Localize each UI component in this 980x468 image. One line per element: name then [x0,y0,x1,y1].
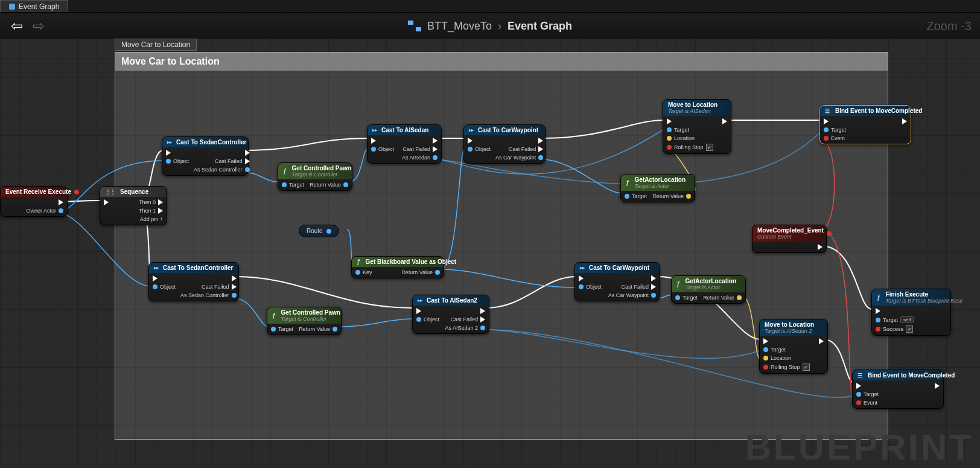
pin-as-sedan-controller[interactable]: As Sedan Controller [180,292,237,298]
pin-success[interactable]: Success✓ [876,325,914,333]
pin-return[interactable]: Return Value [299,326,337,332]
pin-target[interactable]: Target [763,347,810,353]
pin-exec-out[interactable] [902,118,907,124]
pin-as-carwaypoint[interactable]: As Car Waypoint [495,155,543,161]
pin-exec-out[interactable] [818,244,822,250]
node-sequence[interactable]: Sequence Then 0 Then 1 Add pin + [100,186,167,225]
zoom-level: Zoom -3 [927,19,972,33]
pin-return[interactable]: Return Value [401,269,440,275]
node-title: Move to LocationTarget is AISedan [663,100,731,116]
pin-return[interactable]: Return Value [652,193,691,199]
pin-cast-failed[interactable]: Cast Failed [621,284,656,290]
pin-event[interactable]: Event [824,135,846,141]
node-getactorlocation-1[interactable]: GetActorLocationTarget is Actor Target R… [620,174,695,202]
pin-target[interactable]: Target [824,127,846,133]
node-variable-route[interactable]: Route [299,225,339,237]
node-movecompleted-event[interactable]: MoveCompleted_EventCustom Event [752,225,827,253]
pin-event[interactable]: Event [856,400,879,406]
pin-exec-out[interactable] [819,338,824,344]
pin-target[interactable]: Target [625,193,647,199]
pin-exec-in[interactable] [153,275,176,281]
pin-object[interactable]: Object [153,284,176,290]
pin-exec-out[interactable] [935,383,940,389]
pin-target[interactable]: Target [667,127,713,133]
pin-as-aisedan[interactable]: As AISedan [402,155,438,161]
pin-location[interactable]: Location [763,355,810,361]
node-get-blackboard-value[interactable]: Get Blackboard Value as Object Key Retur… [351,256,444,278]
comment-title[interactable]: Move Car to Location [115,53,888,71]
pin-target[interactable]: Target [675,295,698,301]
pin-object[interactable]: Object [416,316,439,322]
node-event-receive-execute[interactable]: Event Receive Execute Owner Actor [0,186,68,217]
node-finish-execute[interactable]: Finish ExecuteTarget is BTTask Blueprint… [871,289,951,336]
pin-exec-out[interactable] [232,275,237,281]
pin-cast-failed[interactable]: Cast Failed [450,316,485,322]
pin-exec-out[interactable] [538,138,543,144]
pin-exec-out[interactable] [59,199,63,205]
pin-exec-out[interactable] [480,308,485,314]
pin-exec-in[interactable] [104,199,109,205]
node-get-controlled-pawn-2[interactable]: Get Controlled PawnTarget is Controller … [267,307,342,335]
pin-exec-in[interactable] [824,118,846,124]
pin-exec-in[interactable] [166,150,189,156]
pin-then1[interactable]: Then 1 [139,208,163,214]
node-getactorlocation-2[interactable]: GetActorLocationTarget is Actor Target R… [671,275,746,304]
pin-exec-out[interactable] [651,275,656,281]
pin-cast-failed[interactable]: Cast Failed [215,158,250,164]
node-title: Get Controlled PawnTarget is Controller [278,163,352,179]
node-get-controlled-pawn-1[interactable]: Get Controlled PawnTarget is Controller … [278,162,352,191]
pin-owner-actor[interactable]: Owner Actor [26,208,63,214]
pin-exec-out[interactable] [245,150,250,156]
pin-object[interactable]: Object [371,146,394,152]
pin-as-aisedan2[interactable]: As AISedan 2 [445,325,485,331]
pin-target[interactable]: Targetself [876,316,914,323]
pin-exec-out[interactable] [722,118,727,124]
pin-exec-in[interactable] [579,275,602,281]
pin-addpin[interactable]: Add pin + [140,216,163,222]
tab-event-graph[interactable]: Event Graph [0,0,68,12]
pin-object[interactable]: Object [579,284,602,290]
pin-exec-in[interactable] [468,138,491,144]
pin-target[interactable]: Target [282,182,304,188]
breadcrumb-current: Event Graph [508,20,572,33]
pin-exec-in[interactable] [416,308,439,314]
pin-object[interactable]: Object [468,146,491,152]
node-cast-carwaypoint-2[interactable]: Cast To CarWaypoint Object Cast Failed A… [574,262,660,301]
pin-target[interactable]: Target [271,326,293,332]
pin-return[interactable]: Return Value [310,182,348,188]
pin-exec-out[interactable] [433,138,438,144]
nav-forward-icon[interactable]: ⇨ [33,18,45,34]
node-cast-aisedan2[interactable]: Cast To AISedan2 Object Cast Failed As A… [412,295,489,334]
node-bind-event-movecompleted-2[interactable]: Bind Event to MoveCompleted Target Event [852,370,944,409]
pin-return[interactable]: Return Value [703,295,742,301]
pin-key[interactable]: Key [355,269,372,275]
node-cast-aisedan[interactable]: Cast To AISedan Object Cast Failed As AI… [367,124,442,164]
node-cast-sedancontroller-1[interactable]: Cast To SedanController Object Cast Fail… [162,136,249,176]
pin-target[interactable]: Target [856,391,879,397]
breadcrumb-root[interactable]: BTT_MoveTo [427,20,492,33]
node-move-to-location-2[interactable]: Move to LocationTarget is AISedan 2 Targ… [759,319,828,374]
pin-exec-in[interactable] [667,118,713,124]
nav-back-icon[interactable]: ⇦ [11,18,23,34]
node-move-to-location-1[interactable]: Move to LocationTarget is AISedan Target… [663,99,731,154]
pin-exec-in[interactable] [876,308,914,314]
pin-cast-failed[interactable]: Cast Failed [509,146,544,152]
pin-rolling-stop[interactable]: Rolling Stop✓ [763,364,810,371]
node-cast-sedancontroller-2[interactable]: Cast To SedanController Object Cast Fail… [148,262,239,301]
pin-as-carwaypoint[interactable]: As Car Waypoint [608,292,656,298]
pin-rolling-stop[interactable]: Rolling Stop✓ [667,144,713,151]
pin-exec-in[interactable] [371,138,394,144]
node-title: Cast To CarWaypoint [575,263,660,273]
pin-cast-failed[interactable]: Cast Failed [402,146,438,152]
node-title: MoveCompleted_EventCustom Event [752,225,826,242]
pin-then0[interactable]: Then 0 [139,199,163,205]
pin-exec-in[interactable] [856,383,879,389]
node-bind-event-movecompleted-1[interactable]: Bind Event to MoveCompleted Target Event [819,105,911,144]
pin-location[interactable]: Location [667,135,713,141]
pin-exec-in[interactable] [763,338,810,344]
pin-object[interactable]: Object [166,158,189,164]
pin-cast-failed[interactable]: Cast Failed [202,284,237,290]
graph-canvas[interactable]: Move Car to Location Move Car to Locatio… [0,39,980,468]
pin-as-sedan-controller[interactable]: As Sedan Controller [194,167,250,173]
node-cast-carwaypoint-1[interactable]: Cast To CarWaypoint Object Cast Failed A… [463,124,546,164]
